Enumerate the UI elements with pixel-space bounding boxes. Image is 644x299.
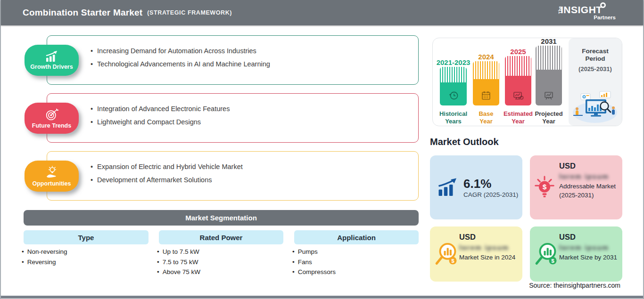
growth-drivers-badge: Growth Drivers: [25, 45, 79, 76]
page-subtitle: (STRATEGIC FRAMEWORK): [147, 9, 232, 16]
application-items-list: Pumps Fans Compressors: [292, 247, 336, 277]
forecast-label: Period: [569, 55, 622, 63]
future-trends-box: Integration of Advanced Electronic Featu…: [47, 93, 419, 143]
badge-label: Opportunities: [33, 180, 71, 187]
card-label: Market Size by 2031: [559, 253, 618, 262]
segmentation-column-rated-power: Rated Power: [159, 230, 283, 244]
list-item: Reversing: [22, 257, 67, 267]
future-trends-badge: Future Trends: [25, 103, 79, 134]
cagr-value: 6.1%: [463, 177, 518, 190]
bottom-border-strip: [1, 296, 643, 299]
bar-chart-growth-icon: [45, 51, 59, 62]
list-item: Compressors: [292, 267, 336, 277]
projected-year-bar: [536, 46, 562, 105]
growth-drivers-section: Increasing Demand for Automation Across …: [1, 35, 425, 85]
currency-label: USD: [559, 233, 618, 242]
future-trends-section: Integration of Advanced Electronic Featu…: [1, 93, 425, 143]
card-label: Market Size in 2024: [459, 253, 518, 262]
base-year-bar: [473, 61, 499, 105]
card-label: Addressable Market (2025-2031): [559, 182, 618, 200]
source-attribution: Source: theinsightpartners.com: [529, 282, 620, 289]
growth-drivers-list: Increasing Demand for Automation Across …: [47, 36, 418, 71]
opportunities-badge: Opportunities: [25, 161, 79, 192]
magnifier-chart-dollar-icon: $: [434, 242, 459, 267]
estimate-monitor-icon: [512, 90, 524, 101]
analytics-illustration: [571, 90, 619, 124]
svg-text:$: $: [451, 258, 454, 264]
currency-label: USD: [459, 233, 518, 242]
year-label-projected: 2031: [523, 37, 575, 45]
logo-partners-text: Partners: [594, 15, 616, 20]
logo-insight-text: INSIGHT: [561, 4, 603, 16]
svg-text:$: $: [543, 183, 547, 191]
idea-bulb-hand-icon: [45, 166, 59, 179]
opportunities-list: Expansion of Electric and Hybrid Vehicle…: [47, 152, 418, 186]
badge-label: Future Trends: [32, 122, 71, 129]
forecast-period-panel: Forecast Period (2025-2031): [569, 38, 622, 126]
logo-magnifier-loop-icon: [600, 2, 606, 8]
list-item: Integration of Advanced Electronic Featu…: [91, 103, 418, 116]
calendar-icon: [480, 90, 492, 101]
future-trends-list: Integration of Advanced Electronic Featu…: [47, 94, 418, 129]
market-outlook-title: Market Outlook: [430, 137, 499, 147]
forecast-label: Forecast: [569, 48, 622, 55]
list-item: Development of Aftermarket Solutions: [91, 174, 418, 187]
list-item: 7.5 to 75 kW: [157, 257, 200, 267]
market-size-2024-card: $ USD lorem ipsum Market Size in 2024: [430, 226, 522, 282]
blurred-value: lorem ipsum: [459, 243, 518, 251]
segmentation-column-type: Type: [24, 230, 149, 244]
list-item: Non-reversing: [22, 247, 67, 257]
list-item: Above 75 kW: [157, 267, 200, 277]
opportunities-section: Expansion of Electric and Hybrid Vehicle…: [1, 151, 425, 201]
blurred-value: lorem ipsum: [559, 243, 618, 251]
list-item: Pumps: [292, 247, 336, 257]
list-item: Increasing Demand for Automation Across …: [91, 45, 418, 58]
growth-drivers-box: Increasing Demand for Automation Across …: [47, 35, 419, 85]
target-dart-icon: [45, 108, 59, 121]
market-size-2031-card: $ USD lorem ipsum Market Size by 2031: [530, 226, 622, 282]
magnifier-chart-dollar-icon: $: [534, 242, 559, 267]
blurred-value: lorem ipsum: [559, 172, 618, 180]
forecast-range: (2025-2031): [569, 65, 622, 73]
currency-label: USD: [559, 162, 618, 170]
segmentation-column-application: Application: [294, 230, 419, 244]
header-bar: Combination Starter Market (STRATEGIC FR…: [1, 0, 643, 25]
market-segmentation-header: Market Segmentation: [24, 210, 419, 226]
badge-label: Growth Drivers: [30, 64, 73, 70]
history-clock-icon: [448, 90, 459, 101]
list-item: Lightweight and Compact Designs: [91, 116, 418, 129]
cagr-growth-chart-icon: [437, 178, 459, 197]
insight-partners-logo: The INSIGHT Partners: [556, 3, 619, 23]
bar-caption-projected: ProjectedYear: [529, 110, 569, 125]
svg-text:$: $: [551, 258, 554, 264]
opportunities-box: Expansion of Electric and Hybrid Vehicle…: [47, 151, 419, 201]
cagr-label: CAGR (2025-2031): [463, 191, 518, 198]
list-item: Up to 7.5 kW: [157, 247, 200, 257]
list-item: Fans: [292, 257, 336, 267]
projection-board-icon: [543, 90, 554, 101]
list-item: Technological Advancements in AI and Mac…: [91, 58, 418, 71]
type-items-list: Non-reversing Reversing: [22, 247, 67, 267]
list-item: Expansion of Electric and Hybrid Vehicle…: [91, 161, 418, 174]
infographic-page: Combination Starter Market (STRATEGIC FR…: [0, 0, 644, 299]
historical-years-bar: [440, 67, 467, 105]
timeline-card: Forecast Period (2025-2031): [432, 38, 622, 126]
addressable-market-card: $ USD lorem ipsum Addressable Market (20…: [530, 155, 622, 219]
dollar-bulb-icon: $: [534, 175, 555, 200]
rated-power-items-list: Up to 7.5 kW 7.5 to 75 kW Above 75 kW: [157, 247, 200, 277]
estimated-year-bar: [505, 56, 531, 105]
page-title: Combination Starter Market: [23, 8, 142, 18]
cagr-card: 6.1% CAGR (2025-2031): [430, 155, 522, 219]
